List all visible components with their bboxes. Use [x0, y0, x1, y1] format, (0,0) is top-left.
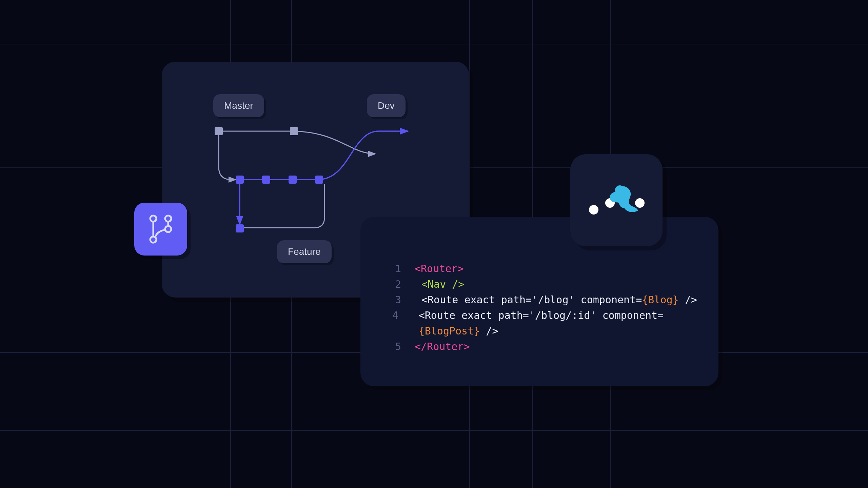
svg-rect-9: [215, 127, 223, 135]
line-number: 2: [381, 277, 401, 292]
line-number: 1: [381, 261, 401, 277]
svg-point-23: [619, 198, 629, 208]
code-snippet-panel: 1<Router>2<Nav />3<Route exact path='/bl…: [360, 217, 718, 386]
code-line: 5</Router>: [381, 339, 698, 354]
code-line: 3<Route exact path='/blog' component={Bl…: [381, 292, 698, 308]
illustration-stage: Master Dev Feature: [0, 0, 868, 488]
code-lines: 1<Router>2<Nav />3<Route exact path='/bl…: [381, 261, 698, 354]
svg-point-19: [165, 226, 171, 232]
svg-point-22: [635, 198, 645, 208]
git-branch-icon: [148, 214, 174, 244]
svg-rect-10: [290, 127, 298, 135]
line-number: 3: [381, 292, 401, 308]
code-line: 1<Router>: [381, 261, 698, 277]
code-content: <Router>: [415, 261, 464, 277]
code-line: 2<Nav />: [381, 277, 698, 292]
react-router-badge: [570, 154, 663, 246]
svg-point-16: [150, 216, 156, 222]
svg-point-18: [165, 216, 171, 222]
git-icon-card: [134, 203, 187, 256]
svg-rect-11: [236, 176, 244, 184]
react-router-icon: [588, 183, 645, 217]
svg-rect-12: [262, 176, 270, 184]
line-number: 4: [381, 308, 398, 339]
svg-rect-15: [236, 224, 244, 232]
code-content: <Route exact path='/blog' component={Blo…: [415, 292, 697, 308]
code-content: </Router>: [415, 339, 470, 354]
svg-rect-13: [289, 176, 297, 184]
code-line: 4<Route exact path='/blog/:id' component…: [381, 308, 698, 339]
svg-point-24: [615, 185, 625, 195]
svg-point-20: [589, 205, 598, 215]
code-content: <Route exact path='/blog/:id' component=…: [412, 308, 698, 339]
code-content: <Nav />: [415, 277, 464, 292]
svg-rect-14: [315, 176, 323, 184]
line-number: 5: [381, 339, 401, 354]
